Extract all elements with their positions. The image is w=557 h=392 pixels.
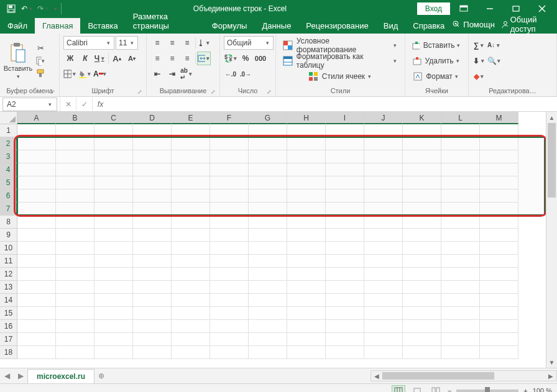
login-button[interactable]: Вход [417,2,450,15]
next-sheet[interactable]: ▶ [14,369,27,383]
vscroll-thumb[interactable] [548,123,556,198]
prev-sheet[interactable]: ◀ [0,369,14,383]
row-header[interactable]: 2 [0,137,17,150]
tab-help[interactable]: Справка [405,18,452,34]
col-header[interactable]: L [441,112,480,124]
col-header[interactable]: M [480,112,518,124]
col-header[interactable]: E [172,112,210,124]
row-header[interactable]: 14 [0,294,17,307]
row-header[interactable]: 4 [0,163,17,176]
scroll-down[interactable]: ▼ [546,357,557,368]
cancel-formula[interactable]: ✕ [60,98,76,111]
fx-button[interactable]: fx [92,98,108,111]
col-header[interactable]: F [210,112,249,124]
row-header[interactable]: 18 [0,346,17,359]
format-table-button[interactable]: Форматировать как таблицу▾ [280,54,401,68]
hscroll-thumb[interactable] [382,372,494,380]
col-header[interactable]: G [249,112,287,124]
clear-button[interactable]: ◆▾ [472,70,486,83]
undo-button[interactable]: ↶▾ [20,1,35,16]
font-launcher[interactable]: ⤢ [137,89,142,95]
find-button[interactable]: 🔍▾ [487,54,501,68]
grow-font-button[interactable]: A▴ [110,52,124,65]
row-header[interactable]: 17 [0,333,17,346]
scroll-left[interactable]: ◀ [371,373,382,380]
fill-color-button[interactable]: ▾ [78,67,92,81]
sort-filter-button[interactable]: A↓▾ [487,39,501,52]
align-bottom[interactable]: ≡ [180,36,194,50]
borders-button[interactable]: ▾ [63,67,77,81]
font-color-button[interactable]: A▾ [93,67,107,81]
col-header[interactable]: H [287,112,326,124]
sheet-tab[interactable]: microexcel.ru [27,369,94,383]
row-header[interactable]: 11 [0,255,17,268]
align-right[interactable]: ≡ [180,52,194,65]
normal-view[interactable] [392,385,405,393]
row-header[interactable]: 15 [0,307,17,320]
row-header[interactable]: 10 [0,242,17,255]
align-middle[interactable]: ≡ [165,36,179,50]
clipboard-launcher[interactable]: ⤢ [50,89,55,95]
orientation-button[interactable]: ⭭▾ [197,36,211,50]
tab-view[interactable]: Вид [376,18,406,34]
currency-button[interactable]: 💱▾ [224,52,237,65]
col-header[interactable]: B [56,112,94,124]
row-header[interactable]: 5 [0,176,17,189]
vertical-scrollbar[interactable]: ▲ ▼ [546,112,557,368]
cut-button[interactable]: ✂ [35,43,46,54]
percent-button[interactable]: % [239,52,252,65]
redo-button[interactable]: ↷▾ [36,1,51,16]
col-header[interactable]: I [326,112,364,124]
tab-insert[interactable]: Вставка [80,18,125,34]
fill-button[interactable]: ⬇▾ [472,54,486,68]
col-header[interactable]: C [94,112,133,124]
cond-format-button[interactable]: Условное форматирование▾ [280,39,401,52]
zoom-out[interactable]: − [448,387,451,393]
tab-home[interactable]: Главная [35,18,80,34]
row-header[interactable]: 6 [0,189,17,203]
col-header[interactable]: D [133,112,172,124]
name-box[interactable]: A2▾ [2,98,57,111]
qat-customize[interactable]: ▾ [52,1,58,16]
zoom-level[interactable]: 100 % [533,387,552,393]
copy-button[interactable]: ▾ [35,55,46,66]
cell-styles-button[interactable]: Стили ячеек▾ [280,70,401,83]
tell-me[interactable]: Помощн [452,20,495,29]
number-launcher[interactable]: ⤢ [267,89,272,95]
tab-formulas[interactable]: Формулы [205,18,255,34]
horizontal-scrollbar[interactable]: ◀ ▶ [371,370,557,381]
tab-review[interactable]: Рецензирование [298,18,375,34]
row-header[interactable]: 9 [0,229,17,242]
bold-button[interactable]: Ж [63,52,77,65]
scroll-up[interactable]: ▲ [546,112,557,123]
increase-indent[interactable]: ⇥ [165,67,179,81]
zoom-in[interactable]: + [523,387,527,393]
col-header[interactable]: J [364,112,403,124]
autosum-button[interactable]: ∑▾ [472,39,486,52]
page-layout-view[interactable] [410,385,424,393]
col-header[interactable]: A [17,112,56,124]
comma-button[interactable]: 000 [254,52,267,65]
row-header[interactable]: 7 [0,203,17,216]
format-cells-button[interactable]: Формат▾ [409,70,464,83]
row-header[interactable]: 16 [0,320,17,333]
align-center[interactable]: ≡ [165,52,179,65]
save-button[interactable] [4,1,19,16]
number-format-combo[interactable]: Общий▾ [224,36,274,50]
font-size-combo[interactable]: 11▾ [116,36,138,50]
page-break-view[interactable] [429,385,443,393]
wrap-text[interactable]: ab↵▾ [180,67,194,81]
zoom-slider[interactable] [456,390,518,392]
tab-file[interactable]: Файл [0,18,35,34]
formula-input[interactable] [108,98,557,111]
align-left[interactable]: ≡ [150,52,164,65]
insert-cells-button[interactable]: Вставить▾ [409,39,464,52]
merge-button[interactable]: ▾ [197,52,211,65]
format-painter-button[interactable] [35,68,46,79]
shrink-font-button[interactable]: A▾ [125,52,139,65]
font-name-combo[interactable]: Calibri▾ [63,36,114,50]
delete-cells-button[interactable]: Удалить▾ [409,54,464,68]
row-header[interactable]: 3 [0,150,17,163]
italic-button[interactable]: К [78,52,92,65]
select-all-corner[interactable] [0,112,17,124]
